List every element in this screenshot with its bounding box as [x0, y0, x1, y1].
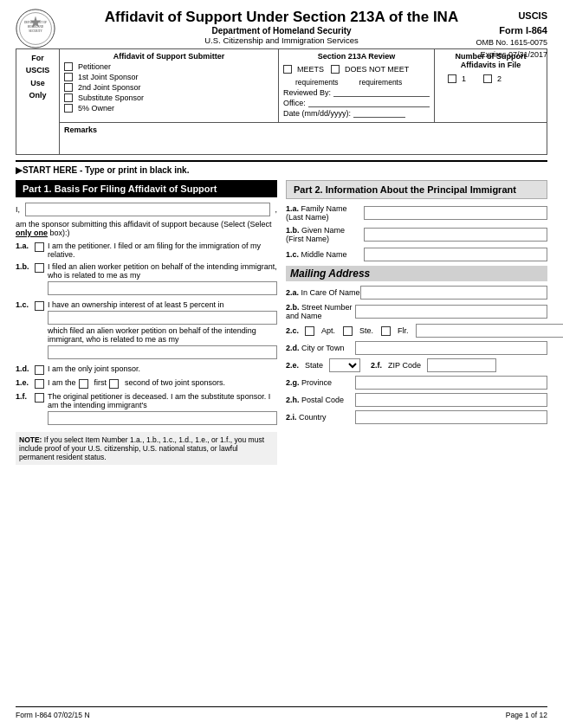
ste-checkbox[interactable]	[343, 326, 353, 336]
item-1b-checkbox[interactable]	[35, 263, 44, 273]
header-center: Affidavit of Support Under Section 213A …	[105, 9, 458, 45]
item-1e-second-checkbox[interactable]	[109, 379, 119, 389]
province-input[interactable]	[355, 376, 547, 390]
petitioner-label: Petitioner	[78, 62, 111, 71]
uscis-label: USCIS	[476, 9, 547, 23]
num1-label: 1	[462, 74, 466, 83]
sponsor-name-input[interactable]	[25, 203, 270, 216]
section-213a-header: Section 213A Review	[283, 52, 430, 61]
item-1a-checkbox[interactable]	[35, 242, 44, 252]
given-name-input[interactable]	[364, 228, 547, 242]
item-1c-text: I have an ownership interest of at least…	[48, 300, 224, 309]
num-checkboxes: 1 2	[448, 73, 534, 85]
divider	[16, 160, 547, 162]
petitioner-row: Petitioner	[64, 62, 274, 71]
item-1b-input[interactable]	[48, 281, 277, 295]
family-name-label: Family Name	[301, 204, 347, 213]
reviewed-input[interactable]	[333, 88, 430, 97]
svg-text:SECURITY: SECURITY	[29, 29, 42, 33]
state-select[interactable]	[329, 358, 360, 372]
city-input[interactable]	[355, 341, 547, 355]
meets-checkbox[interactable]	[283, 65, 292, 74]
date-line: Date (mm/dd/yyyy):	[283, 109, 430, 118]
street-label: Street Number	[301, 303, 353, 312]
joint1-checkbox[interactable]	[64, 73, 73, 81]
item-1c-input1[interactable]	[48, 311, 277, 325]
substitute-checkbox[interactable]	[64, 93, 73, 102]
given-name-label: Given Name	[301, 226, 345, 235]
country-label-group: 2.i. Country	[286, 413, 355, 422]
remarks-content[interactable]	[64, 134, 542, 151]
country-label: Country	[299, 413, 327, 422]
part2-header: Part 2. Information About the Principal …	[286, 180, 547, 199]
office-input[interactable]	[308, 99, 430, 107]
note-text: If you select Item Number 1.a., 1.b., 1.…	[19, 435, 264, 461]
street-row: 2.b. Street Number and Name	[286, 303, 547, 320]
city-label: City or Town	[301, 344, 344, 352]
country-input[interactable]	[355, 410, 547, 424]
province-label: Province	[301, 378, 332, 387]
item-1a: 1.a. I am the petitioner. I filed or am …	[16, 242, 277, 259]
petitioner-checkbox[interactable]	[64, 62, 73, 71]
item-1e-label: 1.e.	[16, 378, 35, 387]
item-1e-checkbox[interactable]	[35, 379, 44, 389]
street-label-group: 2.b. Street Number and Name	[286, 303, 355, 320]
zip-item-label: 2.f.	[371, 361, 382, 370]
reviewed-label: Reviewed By:	[283, 88, 331, 97]
postal-input[interactable]	[355, 393, 547, 407]
in-care-row: 2.a. In Care Of Name	[286, 286, 547, 300]
omb-number: OMB No. 1615-0075	[476, 37, 547, 49]
street-sub: and Name	[286, 312, 322, 320]
item-1c-checkbox[interactable]	[35, 301, 44, 311]
ste-label: Ste.	[359, 326, 373, 335]
apt-checkbox[interactable]	[305, 326, 314, 336]
item-1c-content: I have an ownership interest of at least…	[48, 300, 277, 361]
meets-row: MEETS DOES NOT MEET	[283, 63, 430, 75]
item-1b-label: 1.b.	[16, 262, 35, 271]
street-input[interactable]	[355, 305, 547, 319]
item-1e-first: first	[94, 378, 107, 387]
owner-label: 5% Owner	[78, 104, 114, 113]
family-name-sub: (Last Name)	[286, 213, 329, 222]
form-title: Affidavit of Support Under Section 213A …	[105, 9, 458, 26]
meets-checkbox-row: MEETS	[283, 65, 324, 74]
sponsor-text: am the sponsor submitting this affidavit…	[16, 220, 277, 237]
joint2-label: 2nd Joint Sponsor	[78, 83, 141, 92]
substitute-label: Substitute Sponsor	[78, 93, 144, 102]
item-1e-first-checkbox[interactable]	[79, 379, 88, 389]
item-1f-content: The original petitioner is deceased. I a…	[48, 392, 277, 427]
owner-checkbox[interactable]	[64, 104, 73, 113]
num2-checkbox[interactable]	[483, 74, 492, 83]
footer-right: Page 1 of 12	[506, 711, 547, 719]
item-1c-label: 1.c.	[16, 300, 35, 309]
num1-checkbox[interactable]	[448, 74, 456, 83]
middle-name-input[interactable]	[364, 248, 547, 261]
svg-text:HOMELAND: HOMELAND	[28, 25, 44, 29]
item-1f-checkbox[interactable]	[35, 393, 44, 403]
section-213a-cell: Section 213A Review MEETS DOES NOT MEET …	[279, 49, 435, 123]
does-not-meet-row: DOES NOT MEET	[331, 65, 409, 74]
item-1d-checkbox[interactable]	[35, 365, 44, 375]
flr-label: Flr.	[398, 326, 409, 335]
flr-checkbox[interactable]	[381, 326, 391, 336]
joint1-row: 1st Joint Sponsor	[64, 73, 274, 81]
item-1d-label: 1.d.	[16, 364, 35, 373]
does-not-meet-checkbox[interactable]	[331, 65, 340, 74]
family-name-input[interactable]	[364, 206, 547, 220]
part1-section: Part 1. Basis For Filing Affidavit of Su…	[16, 180, 277, 465]
apt-number-input[interactable]	[416, 324, 563, 338]
zip-input[interactable]	[427, 358, 496, 372]
date-input[interactable]	[353, 109, 405, 118]
middle-name-label: Middle Name	[301, 250, 347, 259]
box-text: box):	[50, 229, 68, 237]
footer: Form I-864 07/02/15 N Page 1 of 12	[16, 706, 547, 719]
owner-row: 5% Owner	[64, 104, 274, 113]
joint2-checkbox[interactable]	[64, 83, 73, 92]
item-1f-input[interactable]	[48, 411, 277, 425]
reviewed-line: Reviewed By:	[283, 88, 430, 97]
substitute-row: Substitute Sponsor	[64, 93, 274, 102]
use-label: Use	[21, 77, 55, 89]
in-care-input[interactable]	[360, 286, 547, 300]
item-1c-input2[interactable]	[48, 345, 277, 359]
state-item-label: 2.e.	[286, 361, 299, 370]
